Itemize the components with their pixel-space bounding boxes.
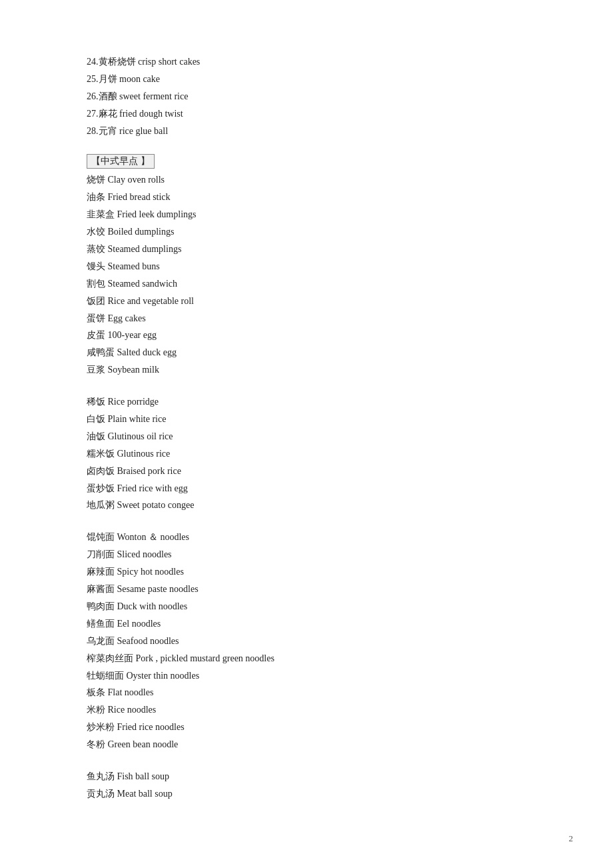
list-item: 24.黄桥烧饼 crisp short cakes [87,53,526,71]
list-item: 鱼丸汤 Fish ball soup [87,768,526,785]
list-item: 皮蛋 100-year egg [87,327,526,344]
list-item: 油条 Fried bread stick [87,189,526,206]
list-item: 韭菜盒 Fried leek dumplings [87,206,526,223]
list-item: 鳝鱼面 Eel noodles [87,615,526,633]
list-item: 豆浆 Soybean milk [87,361,526,379]
list-item: 饭团 Rice and vegetable roll [87,293,526,310]
section-header: 【中式早点 】 [87,154,155,169]
list-item: 鸭肉面 Duck with noodles [87,598,526,615]
list-item: 油饭 Glutinous oil rice [87,428,526,445]
list-item: 烧饼 Clay oven rolls [87,171,526,189]
list-item: 牡蛎细面 Oyster thin noodles [87,667,526,685]
list-item: 麻辣面 Spicy hot noodles [87,563,526,581]
list-item: 馄饨面 Wonton ＆ noodles [87,529,526,546]
list-item: 蒸饺 Steamed dumplings [87,241,526,258]
page-content: 24.黄桥烧饼 crisp short cakes 25.月饼 moon cak… [0,0,613,868]
list-item: 冬粉 Green bean noodle [87,736,526,753]
list-item: 地瓜粥 Sweet potato congee [87,497,526,514]
list-item: 白饭 Plain white rice [87,411,526,428]
list-item: 割包 Steamed sandwich [87,275,526,293]
list-item: 26.酒酿 sweet ferment rice [87,88,526,105]
list-item: 米粉 Rice noodles [87,701,526,719]
noodle-dishes-section: 馄饨面 Wonton ＆ noodles 刀削面 Sliced noodles … [87,529,526,753]
list-item: 27.麻花 fried dough twist [87,105,526,123]
chinese-breakfast-section: 【中式早点 】 烧饼 Clay oven rolls 油条 Fried brea… [87,154,526,379]
list-item: 25.月饼 moon cake [87,71,526,88]
list-item: 蛋饼 Egg cakes [87,310,526,327]
list-item: 炒米粉 Fried rice noodles [87,719,526,736]
list-item: 卤肉饭 Braised pork rice [87,463,526,480]
list-item: 榨菜肉丝面 Pork , pickled mustard green noodl… [87,650,526,667]
list-item: 乌龙面 Seafood noodles [87,633,526,650]
list-item: 贡丸汤 Meat ball soup [87,785,526,803]
list-item: 板条 Flat noodles [87,684,526,701]
list-item: 麻酱面 Sesame paste noodles [87,581,526,598]
numbered-items-section: 24.黄桥烧饼 crisp short cakes 25.月饼 moon cak… [87,53,526,139]
list-item: 咸鸭蛋 Salted duck egg [87,344,526,361]
list-item: 水饺 Boiled dumplings [87,223,526,241]
list-item: 28.元宵 rice glue ball [87,123,526,140]
list-item: 刀削面 Sliced noodles [87,546,526,563]
page-number: 2 [569,833,574,844]
rice-dishes-section: 稀饭 Rice porridge 白饭 Plain white rice 油饭 … [87,393,526,514]
soup-dishes-section: 鱼丸汤 Fish ball soup 贡丸汤 Meat ball soup [87,768,526,803]
list-item: 糯米饭 Glutinous rice [87,445,526,463]
list-item: 稀饭 Rice porridge [87,393,526,411]
list-item: 蛋炒饭 Fried rice with egg [87,480,526,497]
list-item: 馒头 Steamed buns [87,258,526,275]
